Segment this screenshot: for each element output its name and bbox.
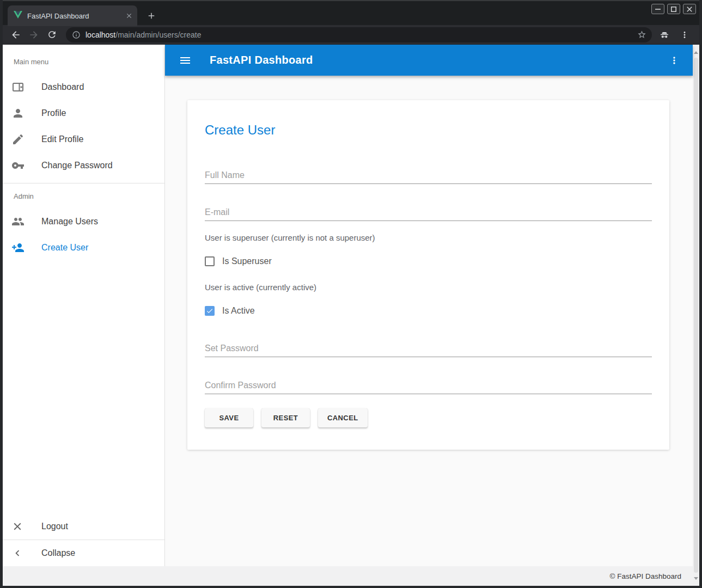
sidebar-item-logout[interactable]: Logout <box>3 513 164 540</box>
window-controls <box>651 4 696 14</box>
tab-close-icon[interactable] <box>125 12 133 20</box>
form-title: Create User <box>205 122 652 138</box>
sidebar-item-label: Manage Users <box>41 217 98 226</box>
sidebar-item-label: Dashboard <box>41 82 84 92</box>
checkbox-label: Is Active <box>222 306 255 316</box>
url-bar[interactable]: localhost/main/admin/users/create <box>66 27 652 42</box>
confirm-password-field <box>205 377 652 394</box>
browser-tab[interactable]: FastAPI Dashboard <box>8 5 137 26</box>
copyright-text: © FastAPI Dashboard <box>609 572 681 580</box>
sidebar-item-label: Create User <box>41 243 88 253</box>
scrollbar-thumb[interactable] <box>694 58 698 573</box>
vue-favicon-icon <box>14 10 22 21</box>
url-path: /main/admin/users/create <box>115 30 201 39</box>
confirm-password-input[interactable] <box>205 377 652 394</box>
tab-title: FastAPI Dashboard <box>27 12 125 20</box>
create-user-card: Create User User is superuser (currently… <box>187 100 669 450</box>
appbar-title: FastAPI Dashboard <box>210 54 664 66</box>
bookmark-star-icon[interactable] <box>637 30 646 39</box>
form-buttons: SAVE RESET CANCEL <box>205 408 652 427</box>
sidebar-item-edit-profile[interactable]: Edit Profile <box>3 126 164 152</box>
page-scrollbar[interactable] <box>693 45 699 586</box>
page-footer: © FastAPI Dashboard <box>3 566 693 586</box>
sidebar-item-label: Edit Profile <box>41 134 83 144</box>
checkbox-checked-icon[interactable] <box>205 306 215 316</box>
person-icon <box>11 107 25 120</box>
url-host: localhost <box>86 30 115 39</box>
sidebar-item-dashboard[interactable]: Dashboard <box>3 74 164 100</box>
close-icon <box>11 520 25 533</box>
dashboard-icon <box>11 81 25 94</box>
minimize-button[interactable] <box>651 4 664 14</box>
maximize-button[interactable] <box>667 4 680 14</box>
sidebar-item-label: Collapse <box>41 548 75 558</box>
sidebar: Main menu Dashboard Profile <box>3 45 165 566</box>
sidebar-item-label: Change Password <box>41 161 113 170</box>
sidebar-item-manage-users[interactable]: Manage Users <box>3 209 164 235</box>
pencil-icon <box>11 133 25 146</box>
reload-icon[interactable] <box>44 27 60 43</box>
set-password-field <box>205 340 652 357</box>
browser-menu-kebab-icon[interactable] <box>676 27 693 43</box>
close-window-button[interactable] <box>683 4 696 14</box>
sidebar-section-main-menu: Main menu <box>3 49 164 74</box>
scroll-up-icon[interactable] <box>693 49 699 56</box>
sidebar-section-admin: Admin <box>3 183 164 209</box>
sidebar-item-label: Logout <box>41 522 68 531</box>
active-hint: User is active (currently active) <box>205 283 652 292</box>
person-add-icon <box>11 241 25 254</box>
email-field <box>205 204 652 221</box>
tab-strip: FastAPI Dashboard <box>3 0 699 25</box>
is-active-checkbox-row[interactable]: Is Active <box>205 305 652 317</box>
url-text: localhost/main/admin/users/create <box>86 30 637 39</box>
forward-icon[interactable] <box>26 27 42 43</box>
app-bar: FastAPI Dashboard <box>165 45 693 76</box>
new-tab-button[interactable] <box>144 9 158 23</box>
main-content: Create User User is superuser (currently… <box>165 76 693 566</box>
sidebar-item-change-password[interactable]: Change Password <box>3 152 164 179</box>
browser-toolbar: localhost/main/admin/users/create <box>3 25 699 45</box>
key-icon <box>11 159 25 172</box>
site-info-icon[interactable] <box>72 30 81 39</box>
browser-window: FastAPI Dashboard <box>0 0 702 588</box>
email-input[interactable] <box>205 204 652 221</box>
full-name-input[interactable] <box>205 167 652 184</box>
sidebar-item-profile[interactable]: Profile <box>3 100 164 126</box>
back-icon[interactable] <box>8 27 24 43</box>
sidebar-item-collapse[interactable]: Collapse <box>3 540 164 566</box>
reset-button[interactable]: RESET <box>261 408 310 427</box>
scroll-down-icon[interactable] <box>693 575 699 581</box>
incognito-icon <box>656 27 673 43</box>
checkbox-unchecked-icon[interactable] <box>205 256 215 266</box>
chevron-left-icon <box>11 547 25 560</box>
set-password-input[interactable] <box>205 340 652 357</box>
checkbox-label: Is Superuser <box>222 256 272 266</box>
appbar-kebab-icon[interactable] <box>664 51 684 70</box>
sidebar-spacer <box>3 261 164 513</box>
group-icon <box>11 215 25 228</box>
superuser-hint: User is superuser (currently is not a su… <box>205 233 652 242</box>
sidebar-item-create-user[interactable]: Create User <box>3 235 164 261</box>
full-name-field <box>205 167 652 184</box>
cancel-button[interactable]: CANCEL <box>318 408 368 427</box>
hamburger-menu-icon[interactable] <box>179 54 192 67</box>
save-button[interactable]: SAVE <box>205 408 253 427</box>
sidebar-item-label: Profile <box>41 108 66 118</box>
is-superuser-checkbox-row[interactable]: Is Superuser <box>205 255 652 267</box>
